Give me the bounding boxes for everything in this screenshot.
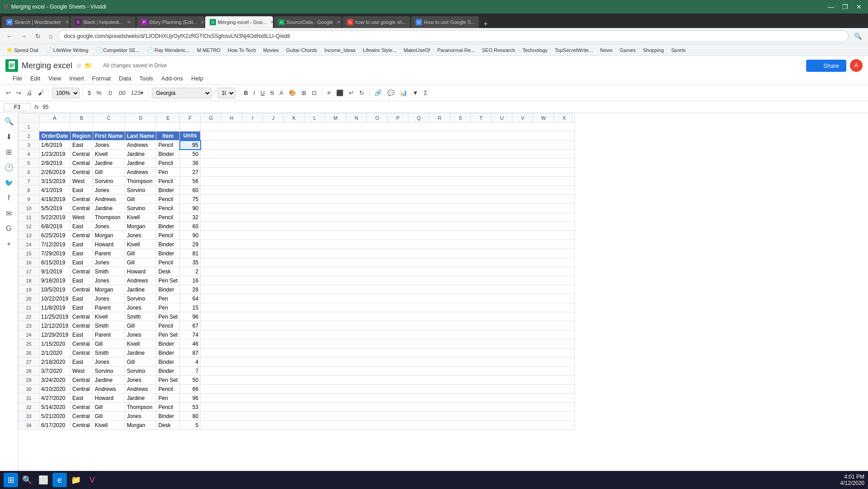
cell-reference[interactable] — [4, 103, 31, 111]
cell-d3[interactable]: Andrews — [125, 141, 156, 150]
col-header-g[interactable]: G — [201, 113, 221, 122]
menu-insert[interactable]: Insert — [66, 74, 88, 83]
cell-b15[interactable]: East — [70, 249, 93, 258]
cell-a6[interactable]: 2/26/2019 — [39, 168, 70, 177]
cell-b25[interactable]: Central — [70, 339, 93, 348]
cell-c25[interactable]: Gill — [93, 339, 125, 348]
cell-b28[interactable]: West — [70, 367, 93, 376]
tab-close-3[interactable]: ✕ — [201, 19, 204, 25]
row-num-33[interactable]: 33 — [19, 412, 39, 421]
cell-d2-header[interactable]: Last Name — [125, 132, 156, 141]
cell-d16[interactable]: Gill — [125, 258, 156, 267]
cell-b8[interactable]: East — [70, 186, 93, 195]
cell-e24[interactable]: Pen Set — [156, 330, 180, 339]
cell-g1-rest[interactable] — [201, 122, 575, 132]
cell-c7[interactable]: Sorvino — [93, 177, 125, 186]
cell-g8-rest[interactable] — [201, 186, 575, 195]
cell-a3[interactable]: 1/6/2019 — [39, 141, 70, 150]
cell-a23[interactable]: 12/12/2019 — [39, 321, 70, 330]
cell-f22[interactable]: 96 — [180, 312, 201, 321]
cell-c3[interactable]: Jones — [93, 141, 125, 150]
cell-g32-rest[interactable] — [201, 403, 575, 412]
cell-f7[interactable]: 56 — [180, 177, 201, 186]
cell-b26[interactable]: Central — [70, 348, 93, 357]
maximize-button[interactable]: ❐ — [840, 2, 851, 11]
cell-d5[interactable]: Jardine — [125, 159, 156, 168]
link-button[interactable]: 🔗 — [372, 88, 384, 98]
col-header-o[interactable]: O — [367, 113, 388, 122]
cell-a1[interactable] — [39, 122, 70, 132]
cell-c6[interactable]: Gill — [93, 168, 125, 177]
cell-e22[interactable]: Pen Set — [156, 312, 180, 321]
bold-button[interactable]: B — [241, 88, 250, 98]
cell-e10[interactable]: Pencil — [156, 204, 180, 213]
cell-a29[interactable]: 3/24/2020 — [39, 376, 70, 385]
menu-file[interactable]: File — [9, 74, 26, 83]
cell-c19[interactable]: Morgan — [93, 285, 125, 294]
cell-b13[interactable]: Central — [70, 231, 93, 240]
cell-f33[interactable]: 80 — [180, 412, 201, 421]
cell-d19[interactable]: Jardine — [125, 285, 156, 294]
col-header-t[interactable]: T — [471, 113, 492, 122]
cell-f3[interactable]: 95 — [180, 141, 201, 150]
menu-help[interactable]: Help — [188, 74, 207, 83]
col-header-n[interactable]: N — [346, 113, 367, 122]
bookmark-speed-dial[interactable]: ⭐ Speed Dial — [4, 46, 41, 54]
cell-c28[interactable]: Sorvino — [93, 367, 125, 376]
cell-e12[interactable]: Binder — [156, 222, 180, 231]
cell-f4[interactable]: 50 — [180, 150, 201, 159]
zoom-select[interactable]: 100% 75% 150% — [52, 88, 80, 99]
cell-a17[interactable]: 9/1/2019 — [39, 267, 70, 276]
bookmark-competitor[interactable]: 📄 Competitor SE... — [93, 46, 142, 54]
cell-d28[interactable]: Sorvino — [125, 367, 156, 376]
cell-e25[interactable]: Binder — [156, 339, 180, 348]
cell-c20[interactable]: Jones — [93, 294, 125, 303]
col-header-r[interactable]: R — [429, 113, 450, 122]
row-num-6[interactable]: 6 — [19, 168, 39, 177]
row-num-9[interactable]: 9 — [19, 195, 39, 204]
bookmark-topsecret[interactable]: TopSecretWrite... — [552, 47, 596, 54]
cell-e19[interactable]: Binder — [156, 285, 180, 294]
col-header-p[interactable]: P — [388, 113, 408, 122]
italic-button[interactable]: I — [251, 88, 258, 98]
cell-e34[interactable]: Desk — [156, 421, 180, 430]
comment-button[interactable]: 💬 — [385, 88, 397, 98]
cell-c21[interactable]: Parent — [93, 303, 125, 312]
cell-e31[interactable]: Pen — [156, 394, 180, 403]
cell-a33[interactable]: 5/21/2020 — [39, 412, 70, 421]
cell-c26[interactable]: Smith — [93, 348, 125, 357]
cell-e17[interactable]: Desk — [156, 267, 180, 276]
cell-g25-rest[interactable] — [201, 339, 575, 348]
row-num-26[interactable]: 26 — [19, 348, 39, 357]
cell-e2-header[interactable]: Item — [156, 132, 180, 141]
cell-e6[interactable]: Pen — [156, 168, 180, 177]
row-num-28[interactable]: 28 — [19, 367, 39, 376]
cell-a22[interactable]: 11/25/2019 — [39, 312, 70, 321]
col-header-h[interactable]: H — [221, 113, 242, 122]
cell-c4[interactable]: Kivell — [93, 150, 125, 159]
cell-f1[interactable] — [180, 122, 201, 132]
tab-close-6[interactable]: ✕ — [410, 19, 410, 25]
menu-format[interactable]: Format — [89, 74, 114, 83]
row-num-29[interactable]: 29 — [19, 376, 39, 385]
cell-d13[interactable]: Jones — [125, 231, 156, 240]
sidebar-explore-icon[interactable]: 🔍 — [4, 116, 14, 127]
font-select[interactable]: Georgia Arial Times New Roman — [152, 88, 211, 99]
cell-a5[interactable]: 2/9/2019 — [39, 159, 70, 168]
tab-5[interactable]: G SourceData - Google ✕ — [274, 16, 342, 28]
cell-f11[interactable]: 32 — [180, 213, 201, 222]
cell-g2-rest[interactable] — [201, 132, 575, 141]
close-button[interactable]: ✕ — [854, 2, 864, 11]
row-num-21[interactable]: 21 — [19, 303, 39, 312]
menu-edit[interactable]: Edit — [27, 74, 44, 83]
cell-f8[interactable]: 60 — [180, 186, 201, 195]
taskbar-taskview-button[interactable]: ⬜ — [36, 473, 51, 487]
cell-f2-header[interactable]: Units — [180, 132, 201, 141]
cell-f14[interactable]: 29 — [180, 240, 201, 249]
cell-g30-rest[interactable] — [201, 385, 575, 394]
cell-b2-header[interactable]: Region — [70, 132, 93, 141]
bookmark-shopping[interactable]: Shopping — [640, 47, 667, 54]
cell-f29[interactable]: 50 — [180, 376, 201, 385]
cell-a8[interactable]: 4/1/2019 — [39, 186, 70, 195]
cell-f24[interactable]: 74 — [180, 330, 201, 339]
